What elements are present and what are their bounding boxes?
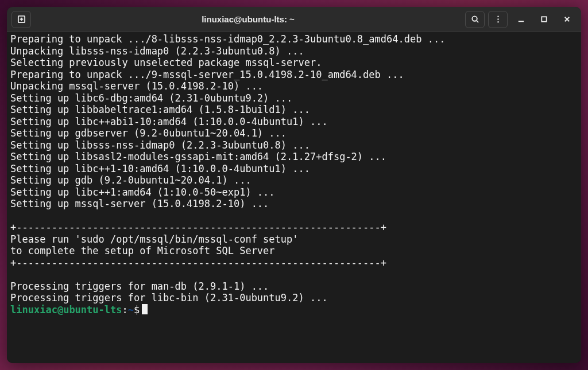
terminal-line: Please run 'sudo /opt/mssql/bin/mssql-co… bbox=[10, 233, 578, 246]
maximize-icon bbox=[540, 15, 548, 24]
terminal-window: linuxiac@ubuntu-lts: ~ Preparing to unpa… bbox=[7, 7, 581, 363]
menu-button[interactable] bbox=[488, 11, 508, 28]
prompt-path: ~ bbox=[128, 304, 134, 316]
close-icon bbox=[563, 15, 571, 24]
terminal-line: Processing triggers for man-db (2.9.1-1)… bbox=[10, 281, 578, 293]
menu-icon bbox=[494, 15, 502, 24]
terminal-line: Selecting previously unselected package … bbox=[10, 57, 578, 69]
terminal-viewport[interactable]: Preparing to unpack .../8-libsss-nss-idm… bbox=[7, 32, 581, 363]
terminal-line: +---------------------------------------… bbox=[10, 221, 578, 233]
minimize-button[interactable] bbox=[511, 11, 531, 28]
terminal-line: Unpacking libsss-nss-idmap0 (2.2.3-3ubun… bbox=[10, 45, 578, 57]
terminal-line: Setting up gdbserver (9.2-0ubuntu1~20.04… bbox=[10, 127, 578, 139]
minimize-icon bbox=[517, 15, 525, 24]
window-title: linuxiac@ubuntu-lts: ~ bbox=[31, 14, 465, 24]
terminal-line: +---------------------------------------… bbox=[10, 257, 578, 269]
terminal-line: Setting up libc++1:amd64 (1:10.0-50~exp1… bbox=[10, 186, 578, 198]
terminal-line: Setting up libsss-nss-idmap0 (2.2.3-3ubu… bbox=[10, 139, 578, 151]
svg-line-4 bbox=[477, 21, 478, 22]
terminal-line: Preparing to unpack .../9-mssql-server_1… bbox=[10, 69, 578, 81]
prompt-user: linuxiac bbox=[10, 304, 57, 316]
prompt-host: ubuntu-lts bbox=[63, 304, 122, 316]
maximize-button[interactable] bbox=[534, 11, 554, 28]
terminal-line: Setting up libc++1-10:amd64 (1:10.0.0-4u… bbox=[10, 163, 578, 175]
prompt-symbol: $ bbox=[134, 304, 140, 316]
terminal-line: Preparing to unpack .../8-libsss-nss-idm… bbox=[10, 33, 578, 45]
terminal-line: Setting up libsasl2-modules-gssapi-mit:a… bbox=[10, 151, 578, 163]
terminal-line: Setting up gdb (9.2-0ubuntu1~20.04.1) ..… bbox=[10, 174, 578, 186]
new-tab-button[interactable] bbox=[11, 11, 31, 28]
terminal-line: Setting up libbabeltrace1:amd64 (1.5.8-1… bbox=[10, 104, 578, 116]
titlebar: linuxiac@ubuntu-lts: ~ bbox=[7, 7, 581, 32]
close-button[interactable] bbox=[557, 11, 577, 28]
terminal-line: Unpacking mssql-server (15.0.4198.2-10) … bbox=[10, 80, 578, 92]
cursor bbox=[142, 304, 148, 314]
new-tab-icon bbox=[17, 15, 26, 24]
terminal-line: Setting up libc6-dbg:amd64 (2.31-0ubuntu… bbox=[10, 92, 578, 104]
prompt-at: @ bbox=[57, 304, 63, 316]
terminal-line: Setting up libc++abi1-10:amd64 (1:10.0.0… bbox=[10, 116, 578, 128]
svg-point-3 bbox=[472, 16, 477, 21]
terminal-line: Processing triggers for libc-bin (2.31-0… bbox=[10, 292, 578, 304]
svg-rect-9 bbox=[541, 17, 546, 21]
search-icon bbox=[471, 15, 479, 24]
prompt-line[interactable]: linuxiac@ubuntu-lts:~$ bbox=[10, 304, 578, 316]
prompt-colon: : bbox=[122, 304, 128, 316]
search-button[interactable] bbox=[465, 11, 485, 28]
svg-point-5 bbox=[497, 16, 498, 17]
terminal-line: Setting up mssql-server (15.0.4198.2-10)… bbox=[10, 198, 578, 210]
svg-point-7 bbox=[497, 21, 498, 22]
terminal-line: to complete the setup of Microsoft SQL S… bbox=[10, 245, 578, 257]
svg-point-6 bbox=[497, 18, 498, 20]
